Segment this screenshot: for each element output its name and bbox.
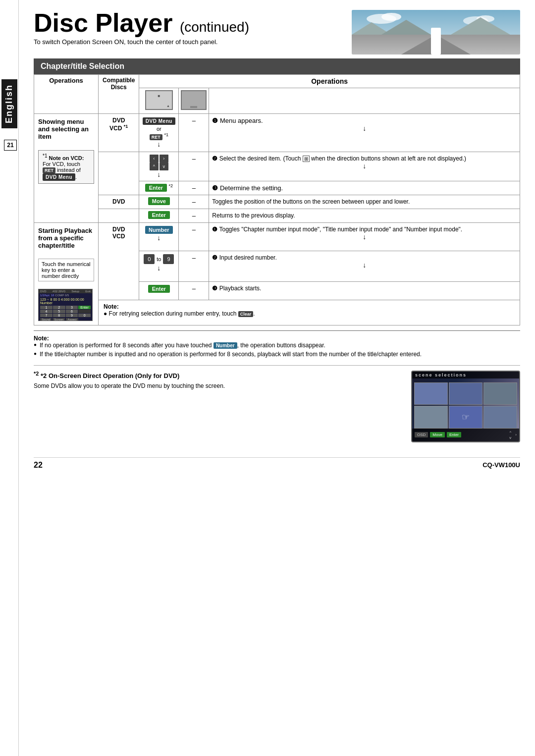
- icon-col-2: [179, 88, 209, 114]
- dir-row-vert: ^ v: [150, 162, 168, 170]
- subtitle: To switch Operation Screen ON, touch the…: [34, 38, 352, 46]
- step2-num: ❷: [212, 155, 217, 162]
- operations-span-header: Operations: [139, 75, 520, 88]
- compatible-dvd-move: DVD: [99, 195, 139, 209]
- scene-thumb-2: [449, 382, 482, 405]
- page-bottom: 22 CQ-VW100U: [34, 457, 520, 470]
- sub-note-row: Note: ● For retrying selection during nu…: [99, 300, 520, 325]
- right-btn: ›: [160, 155, 168, 162]
- up-btn: ^: [150, 162, 159, 170]
- dvd-label-move: DVD: [112, 198, 125, 205]
- to-label: to: [157, 256, 161, 262]
- btn-col-enter-back: Enter: [139, 209, 179, 222]
- scene-thumb-grid: ☞: [412, 380, 519, 431]
- clear-btn: Clear: [238, 311, 254, 317]
- language-tab: English: [1, 79, 17, 128]
- zero-btn: 0: [144, 254, 155, 264]
- btn-col-numrange: 0 to 9 ↓: [139, 251, 179, 282]
- btn-col-arrows: ‹ › ^ v ↓: [139, 152, 179, 181]
- enter-btn-back: Enter: [148, 211, 170, 219]
- scene-thumb-1: [414, 382, 448, 405]
- note-numerical: Touch the numerical key to enter a numbe…: [38, 259, 94, 281]
- scene-inner: scene selections ☞: [412, 372, 519, 441]
- nine-btn: 9: [163, 254, 174, 264]
- note-title: Note:: [34, 335, 49, 342]
- compatible-dvd-vcd: DVD VCD *1: [99, 114, 139, 152]
- arrow-playback1: ↓: [212, 233, 517, 241]
- playback-step1-num: ❶: [212, 226, 217, 233]
- compatible-dvd-vcd-playback: DVD VCD: [99, 222, 139, 300]
- step1-num: ❶: [212, 117, 218, 124]
- table-row: Starting Playback from a specific chapte…: [34, 222, 520, 251]
- num-range: 0 to 9: [144, 254, 174, 264]
- page-number-area: 22: [34, 461, 43, 470]
- compatible-empty-1: [99, 152, 139, 195]
- icon-col-1: ▲ ■: [139, 88, 179, 114]
- number-btn: Number: [145, 226, 173, 234]
- arrow-playback2: ↓: [212, 261, 517, 270]
- note-list: If no operation is performed for 8 secon…: [34, 342, 520, 358]
- playback-step3-num: ❸: [212, 285, 217, 292]
- dash-numrange: –: [179, 251, 209, 282]
- compatible-col-header: CompatibleDiscs: [99, 75, 139, 114]
- on-screen-title: *2 *2 On-Screen Direct Operation (Only f…: [34, 371, 401, 379]
- arrow-numrange: ↓: [142, 264, 175, 272]
- step2-desc: ❷ Select the desired item. (Touch ⊞ when…: [209, 152, 520, 181]
- btn-col-dvdmenu: DVD Menu or RET *1 ↓: [139, 114, 179, 152]
- compatible-enter-back: [99, 209, 139, 222]
- model-area: CQ-VW100U: [482, 461, 520, 469]
- scene-title-bar: scene selections: [412, 372, 519, 378]
- arrow-step1: ↓: [212, 124, 517, 133]
- footer-notes: Note: If no operation is performed for 8…: [34, 330, 520, 358]
- vcd-label: VCD: [109, 125, 122, 132]
- note-item-2: If the title/chapter number is inputted …: [34, 351, 520, 358]
- desc-col-header: [209, 88, 520, 114]
- btn-col-number: Number ↓: [139, 222, 179, 251]
- row-title-menu: Showing menu and selecting an item: [38, 118, 94, 140]
- dash-col-move: –: [179, 195, 209, 209]
- road-image: [352, 10, 520, 54]
- title-area: Disc Player (continued) To switch Operat…: [34, 10, 352, 52]
- direction-buttons: ‹ › ^ v: [150, 155, 168, 170]
- btn-col-move: Move: [139, 195, 179, 209]
- note-item-1: If no operation is performed for 8 secon…: [34, 342, 520, 349]
- model-label: CQ-VW100U: [482, 461, 520, 469]
- dvdmenu-btn: DVD Menu: [143, 117, 175, 125]
- dash-col-enter-back: –: [179, 209, 209, 222]
- row-title-playback: Starting Playback from a specific chapte…: [38, 227, 94, 249]
- dvd-label-playback: DVD: [112, 226, 125, 233]
- scene-thumb-3: [483, 382, 517, 405]
- ret-btn-note: RET: [43, 167, 55, 173]
- enter-btn-1: Enter: [145, 184, 167, 192]
- svg-line-3: [433, 35, 436, 54]
- number-btn-ref: Number: [214, 342, 237, 349]
- left-btn: ‹: [150, 155, 159, 162]
- operations-table: Operations CompatibleDiscs Operations ▲ …: [34, 74, 520, 325]
- move-desc: Toggles the position of the buttons on t…: [209, 195, 520, 209]
- vcd-label-playback: VCD: [112, 233, 125, 240]
- table-row: Enter – Returns to the previous display.: [34, 209, 520, 222]
- scene-btn-move: Move: [430, 432, 445, 437]
- scene-btn-osd: OSD: [415, 432, 428, 437]
- ret-btn: RET: [150, 134, 162, 140]
- enter-back-desc: Returns to the previous display.: [209, 209, 520, 222]
- dir-row-horiz: ‹ ›: [150, 155, 168, 162]
- move-btn: Move: [148, 197, 170, 205]
- dash-number: –: [179, 222, 209, 251]
- sidebar-number: 21: [4, 140, 17, 151]
- scene-controls: OSD Move Enter ^ v ›: [412, 429, 519, 441]
- btn-col-enter1: Enter *2: [139, 181, 179, 195]
- page-number: 22: [34, 461, 43, 469]
- operations-col-header: Operations: [34, 75, 99, 114]
- scene-btn-enter: Enter: [447, 432, 461, 437]
- table-row: Showing menu and selecting an item *1 No…: [34, 114, 520, 152]
- footer-text: *2 *2 On-Screen Direct Operation (Only f…: [34, 371, 401, 389]
- page-title: Disc Player (continued): [34, 10, 352, 36]
- main-content: Disc Player (continued) To switch Operat…: [19, 0, 535, 756]
- scene-thumb-5: ☞: [449, 406, 482, 429]
- enter-btn-play: Enter: [148, 285, 170, 293]
- step3-num: ❸: [212, 184, 218, 192]
- table-header-top: Operations CompatibleDiscs Operations: [34, 75, 520, 88]
- arrow-number: ↓: [142, 234, 175, 242]
- table-row-note: Note: ● For retrying selection during nu…: [34, 300, 520, 325]
